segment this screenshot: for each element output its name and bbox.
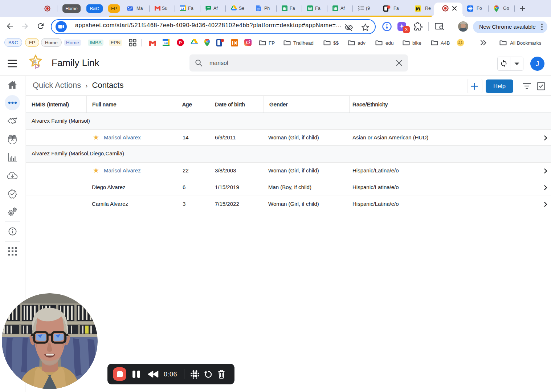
svg-text:P: P: [179, 40, 182, 45]
svg-text:P: P: [35, 63, 40, 71]
svg-text:13: 13: [164, 41, 168, 45]
svg-text:13: 13: [181, 7, 184, 11]
